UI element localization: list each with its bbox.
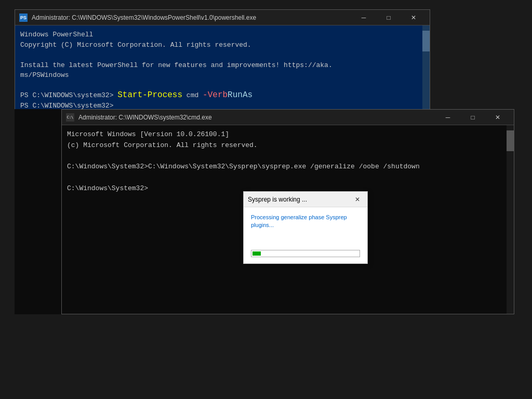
ps-line1: Windows PowerShell [20,30,424,40]
cmd-line3 [67,151,509,162]
cmd-line1: Microsoft Windows [Version 10.0.26100.1] [67,129,509,140]
cmd-title: Administrator: C:\WINDOWS\system32\cmd.e… [78,114,436,121]
ps-param: RunAs [228,90,252,101]
powershell-maximize-btn[interactable]: □ [377,10,401,25]
ps-verb: -Verb [203,90,228,101]
ps-line4: Install the latest PowerShell for new fe… [20,60,424,71]
ps-scrollbar[interactable] [422,25,430,113]
cmd-line5 [67,172,509,183]
powershell-minimize-btn[interactable]: ─ [352,10,376,25]
ps-line6 [20,81,424,91]
cmd-titlebar: C:\ Administrator: C:\WINDOWS\system32\c… [62,110,514,125]
sysprep-dialog: Sysprep is working ... ✕ Processing gene… [243,191,368,264]
ps-arg1: cmd [182,90,203,101]
sysprep-progress-bar [251,250,360,257]
cmd-close-btn[interactable]: ✕ [486,110,510,125]
ps-scrollbar-thumb[interactable] [422,31,430,51]
cmd-line4: C:\Windows\System32>C:\Windows\System32\… [67,162,509,172]
sysprep-titlebar: Sysprep is working ... ✕ [244,192,367,207]
ps-line2: Copyright (C) Microsoft Corporation. All… [20,40,424,50]
cmd-scrollbar[interactable] [507,125,514,314]
ps-prompt: PS C:\WINDOWS\system32> [20,90,117,101]
cmd-line2: (c) Microsoft Corporation. All rights re… [67,140,509,151]
sysprep-content: Processing generalize phase Sysprepplugi… [244,207,367,263]
ps-line5: ms/PSWindows [20,70,424,81]
ps-line3 [20,50,424,60]
sysprep-close-btn[interactable]: ✕ [352,194,363,205]
ps-command: Start-Process [117,90,182,101]
left-strip [15,109,61,314]
desktop: PS Administrator: C:\WINDOWS\System32\Wi… [0,0,532,399]
sysprep-title: Sysprep is working ... [248,196,352,203]
cmd-minimize-btn[interactable]: ─ [436,110,460,125]
sysprep-message: Processing generalize phase Sysprepplugi… [251,214,360,230]
cmd-maximize-btn[interactable]: □ [461,110,485,125]
powershell-close-btn[interactable]: ✕ [402,10,425,25]
powershell-titlebar: PS Administrator: C:\WINDOWS\System32\Wi… [15,10,430,25]
cmd-scrollbar-thumb[interactable] [507,130,514,151]
sysprep-progress-fill [252,251,261,256]
cmd-controls: ─ □ ✕ [436,110,510,125]
powershell-window: PS Administrator: C:\WINDOWS\System32\Wi… [15,9,430,113]
powershell-title: Administrator: C:\WINDOWS\System32\Windo… [32,14,352,21]
powershell-icon: PS [19,14,28,22]
powershell-controls: ─ □ ✕ [352,10,425,25]
cmd-icon: C:\ [66,113,74,122]
powershell-content[interactable]: Windows PowerShell Copyright (C) Microso… [15,25,430,113]
ps-command-line: PS C:\WINDOWS\system32> Start-Process cm… [20,90,424,101]
